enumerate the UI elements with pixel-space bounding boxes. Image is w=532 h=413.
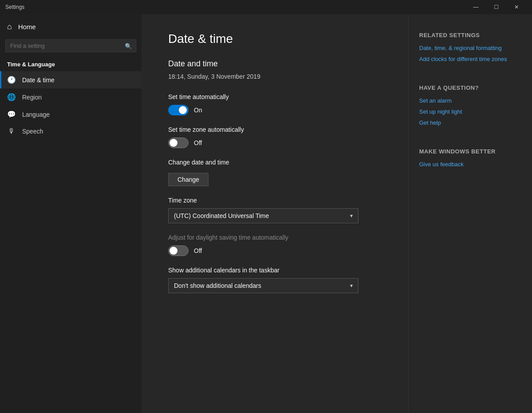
daylight-track <box>168 245 189 256</box>
sidebar-item-language[interactable]: 💬 Language <box>0 106 142 123</box>
add-clocks-link[interactable]: Add clocks for different time zones <box>419 56 521 62</box>
set-timezone-auto-label: Set time zone automatically <box>168 126 382 133</box>
window-controls: — ☐ ✕ <box>466 0 527 14</box>
set-timezone-auto-toggle[interactable] <box>168 138 189 148</box>
clock-icon: 🕐 <box>7 76 16 84</box>
app-body: ⌂ Home 🔍 Time & Language 🕐 Date & time 🌐… <box>0 14 532 413</box>
sidebar-section-title: Time & Language <box>0 56 142 71</box>
daylight-toggle[interactable] <box>168 245 189 256</box>
nav-label-region: Region <box>22 94 42 101</box>
calendar-group: Show additional calendars in the taskbar… <box>168 267 382 293</box>
timezone-label: Time zone <box>168 197 382 204</box>
question-section: Have a question? Set an alarm Set up nig… <box>419 84 521 126</box>
set-alarm-link[interactable]: Set an alarm <box>419 97 521 104</box>
give-feedback-link[interactable]: Give us feedback <box>419 161 521 168</box>
calendar-label: Show additional calendars in the taskbar <box>168 267 382 274</box>
set-time-auto-toggle-row: On <box>168 105 382 115</box>
sidebar-item-date-time[interactable]: 🕐 Date & time <box>0 71 142 88</box>
calendar-dropdown[interactable]: Don't show additional calendars ▾ <box>168 278 359 293</box>
change-button[interactable]: Change <box>168 173 208 186</box>
set-time-auto-thumb <box>179 106 187 114</box>
daylight-label: Adjust for daylight saving time automati… <box>168 234 382 241</box>
date-regional-link[interactable]: Date, time, & regional formatting <box>419 45 521 51</box>
right-panel: Related settings Date, time, & regional … <box>408 14 532 413</box>
title-bar: Settings — ☐ ✕ <box>0 0 532 14</box>
maximize-button[interactable]: ☐ <box>486 0 506 14</box>
section-heading: Date and time <box>168 59 382 69</box>
timezone-value: (UTC) Coordinated Universal Time <box>174 212 269 219</box>
sidebar-item-speech[interactable]: 🎙 Speech <box>0 123 142 140</box>
close-button[interactable]: ✕ <box>506 0 527 14</box>
page-title: Date & time <box>168 32 382 46</box>
question-heading: Have a question? <box>419 84 521 91</box>
timezone-group: Time zone (UTC) Coordinated Universal Ti… <box>168 197 382 223</box>
daylight-toggle-row: Off <box>168 245 382 256</box>
nav-label-date-time: Date & time <box>22 76 54 84</box>
set-timezone-auto-state: Off <box>194 139 202 146</box>
set-timezone-auto-thumb <box>170 139 177 147</box>
set-time-auto-track <box>168 105 189 115</box>
current-datetime: 18:14, Sunday, 3 November 2019 <box>168 73 382 80</box>
nav-label-speech: Speech <box>22 128 43 135</box>
daylight-group: Adjust for daylight saving time automati… <box>168 234 382 256</box>
calendar-value: Don't show additional calendars <box>174 282 261 289</box>
search-container: 🔍 <box>0 36 142 56</box>
set-time-auto-label: Set time automatically <box>168 93 382 100</box>
set-time-auto-toggle[interactable] <box>168 105 189 115</box>
related-settings-section: Related settings Date, time, & regional … <box>419 32 521 62</box>
main-content: Date & time Date and time 18:14, Sunday,… <box>142 14 408 413</box>
chevron-down-icon: ▾ <box>350 213 353 219</box>
app-title: Settings <box>5 4 24 10</box>
language-icon: 💬 <box>7 110 16 119</box>
home-label: Home <box>18 23 36 31</box>
home-icon: ⌂ <box>7 22 12 31</box>
related-settings-heading: Related settings <box>419 32 521 38</box>
speech-icon: 🎙 <box>7 127 16 135</box>
feedback-heading: Make Windows better <box>419 148 521 155</box>
search-input[interactable] <box>5 39 136 52</box>
set-timezone-auto-track <box>168 138 189 148</box>
feedback-section: Make Windows better Give us feedback <box>419 148 521 168</box>
set-time-auto-state: On <box>194 107 202 114</box>
set-timezone-auto-group: Set time zone automatically Off <box>168 126 382 148</box>
set-time-auto-group: Set time automatically On <box>168 93 382 115</box>
region-icon: 🌐 <box>7 93 16 101</box>
minimize-button[interactable]: — <box>466 0 486 14</box>
set-timezone-auto-toggle-row: Off <box>168 138 382 148</box>
change-datetime-group: Change date and time Change <box>168 159 382 186</box>
sidebar: ⌂ Home 🔍 Time & Language 🕐 Date & time 🌐… <box>0 14 142 413</box>
daylight-state: Off <box>194 247 202 254</box>
sidebar-item-region[interactable]: 🌐 Region <box>0 88 142 106</box>
change-datetime-label: Change date and time <box>168 159 382 166</box>
get-help-link[interactable]: Get help <box>419 119 521 126</box>
chevron-down-icon-2: ▾ <box>350 283 353 289</box>
night-light-link[interactable]: Set up night light <box>419 108 521 115</box>
timezone-dropdown[interactable]: (UTC) Coordinated Universal Time ▾ <box>168 208 359 223</box>
search-icon: 🔍 <box>125 42 132 49</box>
daylight-thumb <box>170 247 177 255</box>
home-nav-item[interactable]: ⌂ Home <box>0 18 142 36</box>
nav-label-language: Language <box>22 111 50 118</box>
